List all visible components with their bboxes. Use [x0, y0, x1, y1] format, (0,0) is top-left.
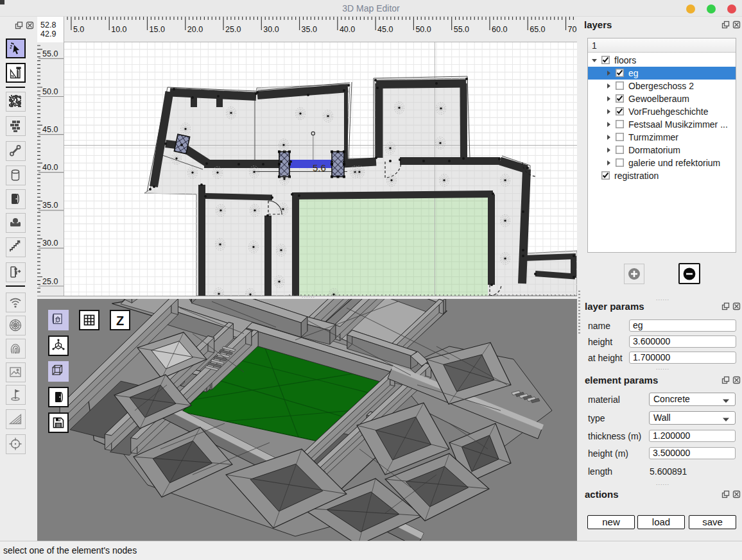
svg-text:35.0: 35.0: [302, 25, 317, 34]
svg-text:10.0: 10.0: [111, 25, 126, 34]
svg-text:52.8: 52.8: [40, 21, 56, 30]
svg-text:65.0: 65.0: [530, 25, 545, 34]
svg-text:25.0: 25.0: [225, 25, 241, 34]
svg-text:20.0: 20.0: [187, 25, 203, 34]
svg-text:40.0: 40.0: [340, 25, 355, 34]
svg-text:42.9: 42.9: [40, 30, 56, 38]
svg-text:30.0: 30.0: [263, 25, 279, 34]
svg-text:30.0: 30.0: [42, 239, 58, 248]
svg-text:15.0: 15.0: [150, 25, 165, 34]
svg-text:45.0: 45.0: [42, 125, 58, 134]
svg-text:55.0: 55.0: [42, 49, 58, 58]
svg-text:5.0: 5.0: [73, 25, 84, 34]
svg-text:60.0: 60.0: [492, 25, 507, 34]
svg-text:25.0: 25.0: [42, 277, 58, 286]
svg-text:50.0: 50.0: [415, 25, 431, 34]
svg-text:50.0: 50.0: [42, 87, 58, 96]
svg-text:35.0: 35.0: [42, 201, 58, 210]
svg-text:40.0: 40.0: [42, 163, 58, 172]
svg-text:Z: Z: [116, 314, 124, 328]
svg-text:55.0: 55.0: [454, 25, 469, 34]
svg-text:70.0: 70.0: [568, 25, 578, 34]
svg-text:45.0: 45.0: [377, 25, 393, 34]
